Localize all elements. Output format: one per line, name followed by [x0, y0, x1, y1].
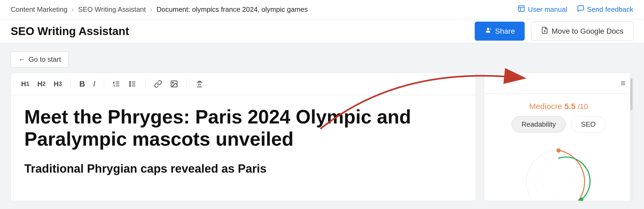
svg-point-3	[487, 28, 489, 30]
score-mediocre-label: Mediocre	[529, 102, 564, 111]
clear-group	[193, 78, 206, 90]
ordered-list-button[interactable]	[111, 78, 123, 90]
go-to-start-label: Go to start	[29, 55, 61, 64]
breadcrumb: Content Marketing › SEO Writing Assistan…	[11, 5, 308, 14]
score-suffix: /10	[578, 102, 588, 111]
svg-point-26	[543, 166, 575, 198]
svg-point-16	[129, 83, 131, 84]
book-icon	[518, 5, 525, 14]
toolbar-sep-1	[70, 79, 71, 89]
send-feedback-link[interactable]: Send feedback	[577, 5, 633, 14]
h1-button[interactable]: H1	[19, 78, 32, 90]
move-docs-label: Move to Google Docs	[552, 27, 623, 36]
share-label: Share	[495, 27, 515, 36]
clear-format-button[interactable]	[193, 78, 206, 90]
svg-point-19	[172, 82, 174, 83]
share-icon	[484, 26, 492, 36]
feedback-icon	[577, 5, 584, 14]
sub-header: SEO Writing Assistant Share	[0, 19, 644, 43]
breadcrumb-sep-1: ›	[72, 6, 74, 13]
score-gauge	[516, 142, 601, 201]
editor-toolbar: H1 H2 H3 B I	[11, 73, 476, 95]
h2-button[interactable]: H2	[35, 78, 48, 90]
tabs-row: Readability SEO	[484, 116, 633, 137]
go-to-start-bar: ← Go to start	[11, 51, 69, 68]
bold-button[interactable]: B	[77, 78, 87, 90]
breadcrumb-sep-2: ›	[150, 6, 152, 13]
top-nav: Content Marketing › SEO Writing Assistan…	[0, 0, 644, 19]
image-button[interactable]	[168, 78, 180, 90]
score-value: 5.5	[564, 102, 576, 111]
gauge-area	[484, 137, 633, 201]
toolbar-sep-3	[145, 79, 146, 89]
list-group	[111, 78, 139, 90]
share-button[interactable]: Share	[475, 22, 525, 41]
page-title: SEO Writing Assistant	[11, 25, 129, 38]
article-title: Meet the Phryges: Paris 2024 Olympic and…	[24, 106, 462, 150]
menu-icon[interactable]: ≡	[621, 78, 626, 88]
format-group: B I	[77, 78, 97, 90]
docs-icon	[541, 26, 548, 36]
editor-panel: H1 H2 H3 B I	[11, 73, 476, 201]
toolbar-sep-4	[187, 79, 187, 89]
send-feedback-label: Send feedback	[587, 5, 633, 14]
arrow-left-icon: ←	[18, 55, 25, 64]
unordered-list-button[interactable]	[127, 78, 139, 90]
editor-body[interactable]: Meet the Phryges: Paris 2024 Olympic and…	[11, 95, 476, 201]
tab-readability[interactable]: Readability	[512, 116, 566, 133]
user-manual-label: User manual	[528, 5, 567, 14]
svg-point-15	[129, 82, 131, 83]
svg-point-25	[535, 158, 583, 201]
scrollbar-thumb	[630, 78, 633, 110]
right-panel-header: ≡	[484, 73, 633, 94]
right-panel: ≡ Mediocre 5.5 /10 Readability SEO	[484, 73, 633, 201]
score-section: Mediocre 5.5 /10	[484, 94, 633, 116]
heading-group: H1 H2 H3	[19, 78, 64, 90]
breadcrumb-item-1[interactable]: Content Marketing	[11, 5, 67, 14]
right-panel-scrollbar[interactable]	[630, 73, 633, 201]
insert-group	[152, 78, 180, 90]
breadcrumb-item-3[interactable]: Document: olympics france 2024, olympic …	[156, 5, 308, 14]
readability-tab-label: Readability	[521, 120, 556, 128]
tab-seo[interactable]: SEO	[571, 116, 606, 133]
sub-header-actions: Share Move to Google Docs	[475, 21, 633, 41]
user-manual-link[interactable]: User manual	[518, 5, 567, 14]
svg-rect-0	[519, 6, 524, 11]
article-subtitle: Traditional Phrygian caps revealed as Pa…	[24, 161, 462, 176]
seo-tab-label: SEO	[581, 120, 596, 128]
go-to-start-button[interactable]: ← Go to start	[11, 51, 69, 68]
main-content: ← Go to start H1 H2 H3 B I	[0, 43, 644, 209]
svg-point-17	[129, 86, 131, 87]
move-to-docs-button[interactable]: Move to Google Docs	[531, 21, 633, 41]
toolbar-sep-2	[104, 79, 104, 89]
italic-button[interactable]: I	[91, 78, 97, 90]
h3-button[interactable]: H3	[52, 78, 64, 90]
breadcrumb-item-2[interactable]: SEO Writing Assistant	[78, 5, 146, 14]
link-button[interactable]	[152, 78, 164, 90]
svg-point-27	[556, 148, 561, 153]
top-nav-actions: User manual Send feedback	[518, 5, 633, 14]
